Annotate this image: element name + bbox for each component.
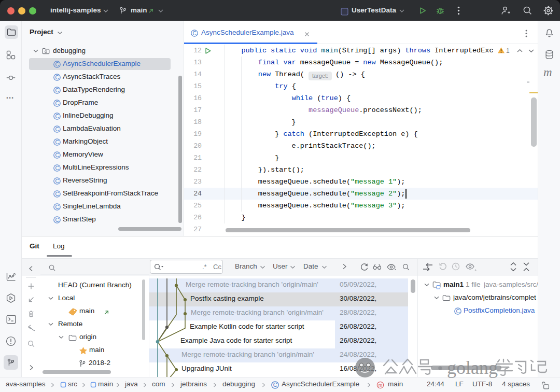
svg-text:C: C xyxy=(192,31,196,36)
svg-text:C: C xyxy=(55,62,59,67)
svg-text:golang: golang xyxy=(447,357,498,378)
svg-text:C: C xyxy=(55,88,59,93)
svg-text:C: C xyxy=(55,75,59,80)
svg-text:C: C xyxy=(456,309,459,314)
svg-text:C: C xyxy=(55,217,59,223)
svg-text:C: C xyxy=(273,382,277,388)
svg-text:C: C xyxy=(55,114,59,119)
svg-text:m: m xyxy=(379,382,383,387)
svg-text:C: C xyxy=(55,152,59,158)
svg-text:C: C xyxy=(55,127,59,132)
svg-text:C: C xyxy=(55,191,59,197)
svg-text:C: C xyxy=(55,178,59,184)
svg-text:C: C xyxy=(55,101,59,106)
svg-text:C: C xyxy=(55,139,59,145)
svg-text:C: C xyxy=(55,204,59,210)
svg-text:C: C xyxy=(55,165,59,171)
